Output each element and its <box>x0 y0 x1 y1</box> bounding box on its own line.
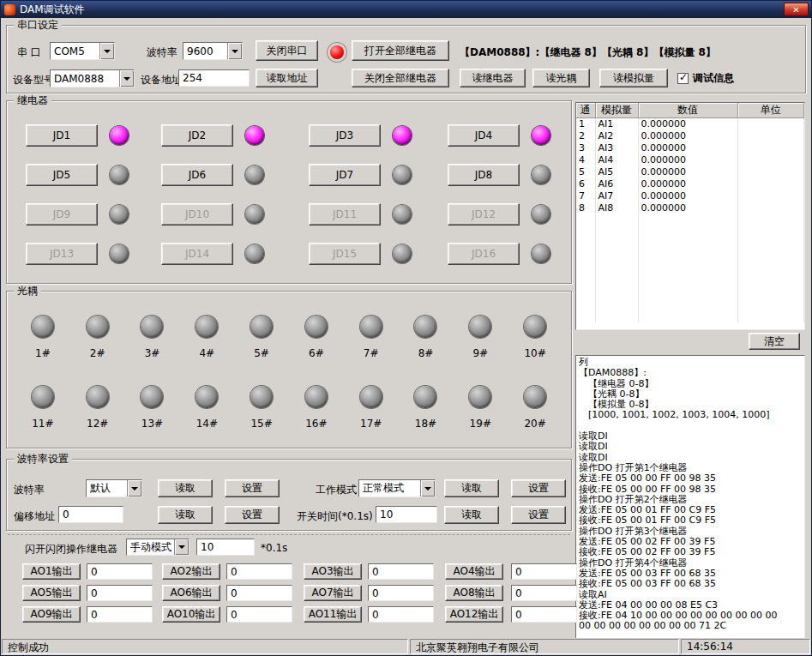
relay-led-jd13 <box>110 244 129 263</box>
relay-button-jd16[interactable]: JD16 <box>448 243 520 265</box>
relay-button-jd14[interactable]: JD14 <box>161 243 233 265</box>
relay-button-jd5[interactable]: JD5 <box>26 164 98 186</box>
relay-button-jd11[interactable]: JD11 <box>309 203 381 226</box>
dropdown-arrow-icon[interactable] <box>119 70 134 87</box>
analog-table-panel[interactable]: 通 模拟量 数值 单位 1AI10.0000002AI20.0000003AI3… <box>575 102 805 330</box>
ao-output-input-7[interactable] <box>368 585 434 601</box>
opto-led-12 <box>87 386 109 408</box>
relay-button-jd8[interactable]: JD8 <box>448 164 520 186</box>
work-mode-set-button[interactable]: 设置 <box>511 479 566 497</box>
ao-output-input-6[interactable] <box>226 585 292 601</box>
baud-setting-combo-value: 默认 <box>87 481 127 496</box>
debug-log[interactable]: 列 【DAM0888】: 【继电器 0-8】 【光耦 0-8】 【模拟量 0-8… <box>575 355 805 640</box>
relay-led-jd8 <box>532 166 550 184</box>
ao-output-button-3[interactable]: AO3输出 <box>304 563 362 580</box>
model-combo[interactable]: DAM0888 <box>50 69 135 87</box>
opto-channel-label: 9# <box>472 347 488 359</box>
opto-channel-14: 14# <box>179 386 234 430</box>
dropdown-arrow-icon[interactable] <box>99 43 114 59</box>
ao-output-button-10[interactable]: AO10输出 <box>162 606 220 623</box>
dropdown-arrow-icon[interactable] <box>127 480 141 497</box>
relay-button-jd10[interactable]: JD10 <box>161 203 233 226</box>
flash-mode-combo-value: 手动模式 <box>127 540 174 555</box>
ao-output-button-4[interactable]: AO4输出 <box>445 563 503 580</box>
col-header-value[interactable]: 数值 <box>638 103 737 118</box>
ao-output-input-8[interactable] <box>511 585 577 601</box>
read-relay-button[interactable]: 读继电器 <box>460 69 526 87</box>
open-all-relays-button[interactable]: 打开全部继电器 <box>352 40 449 61</box>
opto-channel-4: 4# <box>179 316 234 359</box>
col-header-channel[interactable]: 通 <box>576 103 595 118</box>
read-address-button[interactable]: 读取地址 <box>256 69 318 87</box>
ao-output-button-9[interactable]: AO9输出 <box>22 606 81 623</box>
ao-output-button-5[interactable]: AO5输出 <box>22 585 81 601</box>
ao-output-input-1[interactable] <box>87 563 153 580</box>
flash-mode-combo[interactable]: 手动模式 <box>126 539 189 556</box>
relay-button-jd2[interactable]: JD2 <box>161 124 233 147</box>
ao-output-button-2[interactable]: AO2输出 <box>162 563 220 580</box>
ao-output-button-8[interactable]: AO8输出 <box>445 585 503 601</box>
device-address-input[interactable] <box>178 69 250 87</box>
dropdown-arrow-icon[interactable] <box>174 539 189 555</box>
status-time: 14:56:14 <box>681 639 810 654</box>
ao-output-button-1[interactable]: AO1输出 <box>22 563 81 580</box>
work-mode-label: 工作模式 <box>316 483 357 497</box>
dropdown-arrow-icon[interactable] <box>420 480 435 497</box>
switch-time-read-button[interactable]: 读取 <box>444 506 499 524</box>
relay-button-jd13[interactable]: JD13 <box>26 243 98 265</box>
offset-set-button[interactable]: 设置 <box>225 506 280 524</box>
ao-output-input-5[interactable] <box>87 585 153 601</box>
ao-output-button-7[interactable]: AO7输出 <box>304 585 362 601</box>
analog-row: 8AI80.000000 <box>576 202 804 214</box>
relay-button-jd9[interactable]: JD9 <box>26 203 98 226</box>
ao-output-input-11[interactable] <box>368 606 434 623</box>
ao-output-input-12[interactable] <box>511 606 577 623</box>
read-opto-button[interactable]: 读光耦 <box>532 69 590 87</box>
offset-address-input[interactable] <box>58 506 123 523</box>
relay-button-jd4[interactable]: JD4 <box>448 124 520 147</box>
close-button[interactable]: ✕ <box>784 3 809 16</box>
close-all-relays-button[interactable]: 关闭全部继电器 <box>352 69 449 87</box>
serial-status-led <box>330 45 344 59</box>
col-header-analog[interactable]: 模拟量 <box>595 103 638 118</box>
relay-button-jd6[interactable]: JD6 <box>161 164 233 186</box>
ao-output-input-2[interactable] <box>226 563 292 580</box>
dropdown-arrow-icon[interactable] <box>227 43 242 59</box>
switch-time-set-button[interactable]: 设置 <box>511 506 566 524</box>
ao-output-input-3[interactable] <box>368 563 434 580</box>
port-combo[interactable]: COM5 <box>50 42 115 60</box>
opto-channel-label: 8# <box>418 347 434 359</box>
baud-set-button[interactable]: 设置 <box>225 479 280 497</box>
debug-info-checkbox[interactable]: 调试信息 <box>677 71 734 86</box>
relay-button-jd15[interactable]: JD15 <box>309 243 381 265</box>
baud-setting-combo[interactable]: 默认 <box>86 479 142 497</box>
baud-settings-legend: 波特率设置 <box>14 453 72 465</box>
relay-button-jd3[interactable]: JD3 <box>309 124 381 147</box>
opto-channel-label: 5# <box>254 347 269 359</box>
relay-button-jd7[interactable]: JD7 <box>309 164 381 186</box>
ao-output-button-6[interactable]: AO6输出 <box>162 585 220 601</box>
address-label: 设备地址 <box>141 73 182 87</box>
col-header-unit[interactable]: 单位 <box>737 103 804 118</box>
ao-output-button-12[interactable]: AO12输出 <box>445 606 503 623</box>
close-serial-button[interactable]: 关闭串口 <box>256 40 318 61</box>
flash-time-input[interactable] <box>196 539 255 556</box>
ao-output-input-4[interactable] <box>511 563 577 580</box>
relay-button-jd1[interactable]: JD1 <box>26 124 98 147</box>
baud-read-button[interactable]: 读取 <box>158 479 213 497</box>
titlebar[interactable]: DAM调试软件 ✕ <box>1 1 811 18</box>
read-analog-button[interactable]: 读模拟量 <box>599 69 668 87</box>
clear-button[interactable]: 清空 <box>749 333 800 350</box>
analog-table-body: 1AI10.0000002AI20.0000003AI30.0000004AI4… <box>576 118 804 322</box>
ao-output-input-9[interactable] <box>87 606 153 623</box>
relay-button-jd12[interactable]: JD12 <box>448 203 520 226</box>
ao-output-input-10[interactable] <box>226 606 292 623</box>
opto-led-3 <box>141 316 163 338</box>
work-mode-read-button[interactable]: 读取 <box>444 479 499 497</box>
opto-channel-label: 11# <box>32 418 53 430</box>
offset-read-button[interactable]: 读取 <box>158 506 213 524</box>
switch-time-input[interactable] <box>376 506 437 523</box>
work-mode-combo[interactable]: 正常模式 <box>358 479 436 497</box>
ao-output-button-11[interactable]: AO11输出 <box>304 606 362 623</box>
baud-combo[interactable]: 9600 <box>183 42 243 60</box>
